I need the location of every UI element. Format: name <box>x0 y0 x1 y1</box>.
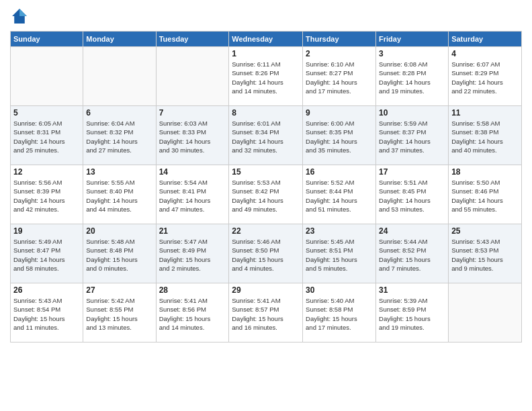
day-number: 12 <box>13 167 80 177</box>
logo-icon <box>10 7 29 26</box>
day-cell: 14Sunrise: 5:54 AMSunset: 8:41 PMDayligh… <box>156 165 229 224</box>
day-info: Sunrise: 5:58 AMSunset: 8:38 PMDaylight:… <box>451 119 519 154</box>
day-cell: 21Sunrise: 5:47 AMSunset: 8:49 PMDayligh… <box>156 224 229 283</box>
weekday-tuesday: Tuesday <box>156 32 229 47</box>
day-info: Sunrise: 5:44 AMSunset: 8:52 PMDaylight:… <box>379 237 445 273</box>
day-cell: 18Sunrise: 5:50 AMSunset: 8:46 PMDayligh… <box>449 165 522 224</box>
day-cell: 1Sunrise: 6:11 AMSunset: 8:26 PMDaylight… <box>229 47 303 106</box>
day-cell: 11Sunrise: 5:58 AMSunset: 8:38 PMDayligh… <box>449 106 522 165</box>
day-info: Sunrise: 5:43 AMSunset: 8:53 PMDaylight:… <box>451 237 519 273</box>
day-info: Sunrise: 5:40 AMSunset: 8:58 PMDaylight:… <box>306 296 373 332</box>
day-cell: 20Sunrise: 5:48 AMSunset: 8:48 PMDayligh… <box>83 224 156 283</box>
day-info: Sunrise: 6:04 AMSunset: 8:32 PMDaylight:… <box>86 119 152 154</box>
day-cell <box>11 47 83 106</box>
day-number: 2 <box>306 49 373 58</box>
day-cell: 16Sunrise: 5:52 AMSunset: 8:44 PMDayligh… <box>303 165 376 224</box>
day-info: Sunrise: 6:10 AMSunset: 8:27 PMDaylight:… <box>306 60 373 95</box>
svg-marker-1 <box>19 9 27 16</box>
day-cell <box>449 283 522 342</box>
day-cell: 4Sunrise: 6:07 AMSunset: 8:29 PMDaylight… <box>449 47 522 106</box>
weekday-sunday: Sunday <box>11 32 83 47</box>
day-info: Sunrise: 5:45 AMSunset: 8:51 PMDaylight:… <box>306 237 373 273</box>
day-cell: 12Sunrise: 5:56 AMSunset: 8:39 PMDayligh… <box>11 165 83 224</box>
weekday-friday: Friday <box>376 32 449 47</box>
day-number: 23 <box>306 226 373 236</box>
day-info: Sunrise: 5:41 AMSunset: 8:57 PMDaylight:… <box>232 296 300 332</box>
day-number: 16 <box>306 167 373 177</box>
day-number: 29 <box>232 285 300 295</box>
calendar-page: SundayMondayTuesdayWednesdayThursdayFrid… <box>0 0 532 411</box>
week-row: 12Sunrise: 5:56 AMSunset: 8:39 PMDayligh… <box>11 165 522 224</box>
day-info: Sunrise: 5:39 AMSunset: 8:59 PMDaylight:… <box>379 296 445 332</box>
day-cell <box>83 47 156 106</box>
day-info: Sunrise: 5:51 AMSunset: 8:45 PMDaylight:… <box>379 178 445 214</box>
day-number: 31 <box>379 285 445 295</box>
week-row: 26Sunrise: 5:43 AMSunset: 8:54 PMDayligh… <box>11 283 522 342</box>
day-number: 28 <box>159 285 226 295</box>
day-info: Sunrise: 5:46 AMSunset: 8:50 PMDaylight:… <box>232 237 300 273</box>
day-info: Sunrise: 5:56 AMSunset: 8:39 PMDaylight:… <box>13 178 80 214</box>
day-number: 18 <box>451 167 519 177</box>
day-info: Sunrise: 6:11 AMSunset: 8:26 PMDaylight:… <box>232 60 300 95</box>
day-info: Sunrise: 6:00 AMSunset: 8:35 PMDaylight:… <box>306 119 373 154</box>
day-cell: 8Sunrise: 6:01 AMSunset: 8:34 PMDaylight… <box>229 106 303 165</box>
day-number: 14 <box>159 167 226 177</box>
day-cell: 28Sunrise: 5:41 AMSunset: 8:56 PMDayligh… <box>156 283 229 342</box>
day-number: 3 <box>379 49 445 58</box>
day-number: 21 <box>159 226 226 236</box>
day-cell: 30Sunrise: 5:40 AMSunset: 8:58 PMDayligh… <box>303 283 376 342</box>
day-number: 11 <box>451 108 519 118</box>
day-number: 22 <box>232 226 300 236</box>
header <box>10 7 522 26</box>
day-cell: 3Sunrise: 6:08 AMSunset: 8:28 PMDaylight… <box>376 47 449 106</box>
weekday-header-row: SundayMondayTuesdayWednesdayThursdayFrid… <box>11 32 522 47</box>
day-cell: 13Sunrise: 5:55 AMSunset: 8:40 PMDayligh… <box>83 165 156 224</box>
day-number: 10 <box>379 108 445 118</box>
weekday-wednesday: Wednesday <box>229 32 303 47</box>
day-number: 5 <box>13 108 80 118</box>
day-info: Sunrise: 5:50 AMSunset: 8:46 PMDaylight:… <box>451 178 519 214</box>
day-cell: 25Sunrise: 5:43 AMSunset: 8:53 PMDayligh… <box>449 224 522 283</box>
day-cell: 19Sunrise: 5:49 AMSunset: 8:47 PMDayligh… <box>11 224 83 283</box>
day-cell: 9Sunrise: 6:00 AMSunset: 8:35 PMDaylight… <box>303 106 376 165</box>
day-info: Sunrise: 5:55 AMSunset: 8:40 PMDaylight:… <box>86 178 152 214</box>
day-number: 27 <box>86 285 152 295</box>
day-cell: 27Sunrise: 5:42 AMSunset: 8:55 PMDayligh… <box>83 283 156 342</box>
weekday-thursday: Thursday <box>303 32 376 47</box>
day-cell: 17Sunrise: 5:51 AMSunset: 8:45 PMDayligh… <box>376 165 449 224</box>
day-cell: 24Sunrise: 5:44 AMSunset: 8:52 PMDayligh… <box>376 224 449 283</box>
day-info: Sunrise: 5:53 AMSunset: 8:42 PMDaylight:… <box>232 178 300 214</box>
week-row: 1Sunrise: 6:11 AMSunset: 8:26 PMDaylight… <box>11 47 522 106</box>
day-number: 6 <box>86 108 152 118</box>
day-number: 15 <box>232 167 300 177</box>
day-info: Sunrise: 5:43 AMSunset: 8:54 PMDaylight:… <box>13 296 80 332</box>
week-row: 19Sunrise: 5:49 AMSunset: 8:47 PMDayligh… <box>11 224 522 283</box>
day-cell: 6Sunrise: 6:04 AMSunset: 8:32 PMDaylight… <box>83 106 156 165</box>
day-number: 13 <box>86 167 152 177</box>
logo <box>10 7 32 26</box>
day-info: Sunrise: 5:42 AMSunset: 8:55 PMDaylight:… <box>86 296 152 332</box>
day-info: Sunrise: 5:41 AMSunset: 8:56 PMDaylight:… <box>159 296 226 332</box>
day-number: 30 <box>306 285 373 295</box>
day-info: Sunrise: 6:01 AMSunset: 8:34 PMDaylight:… <box>232 119 300 154</box>
calendar-table: SundayMondayTuesdayWednesdayThursdayFrid… <box>10 31 522 342</box>
day-cell: 26Sunrise: 5:43 AMSunset: 8:54 PMDayligh… <box>11 283 83 342</box>
day-info: Sunrise: 6:05 AMSunset: 8:31 PMDaylight:… <box>13 119 80 154</box>
day-number: 4 <box>451 49 519 58</box>
day-number: 19 <box>13 226 80 236</box>
day-cell: 31Sunrise: 5:39 AMSunset: 8:59 PMDayligh… <box>376 283 449 342</box>
day-number: 8 <box>232 108 300 118</box>
day-info: Sunrise: 5:49 AMSunset: 8:47 PMDaylight:… <box>13 237 80 273</box>
day-number: 9 <box>306 108 373 118</box>
day-number: 17 <box>379 167 445 177</box>
day-cell: 15Sunrise: 5:53 AMSunset: 8:42 PMDayligh… <box>229 165 303 224</box>
day-cell: 29Sunrise: 5:41 AMSunset: 8:57 PMDayligh… <box>229 283 303 342</box>
day-number: 20 <box>86 226 152 236</box>
day-info: Sunrise: 5:48 AMSunset: 8:48 PMDaylight:… <box>86 237 152 273</box>
day-cell: 10Sunrise: 5:59 AMSunset: 8:37 PMDayligh… <box>376 106 449 165</box>
day-cell: 2Sunrise: 6:10 AMSunset: 8:27 PMDaylight… <box>303 47 376 106</box>
day-cell: 22Sunrise: 5:46 AMSunset: 8:50 PMDayligh… <box>229 224 303 283</box>
day-info: Sunrise: 5:59 AMSunset: 8:37 PMDaylight:… <box>379 119 445 154</box>
day-number: 1 <box>232 49 300 58</box>
week-row: 5Sunrise: 6:05 AMSunset: 8:31 PMDaylight… <box>11 106 522 165</box>
